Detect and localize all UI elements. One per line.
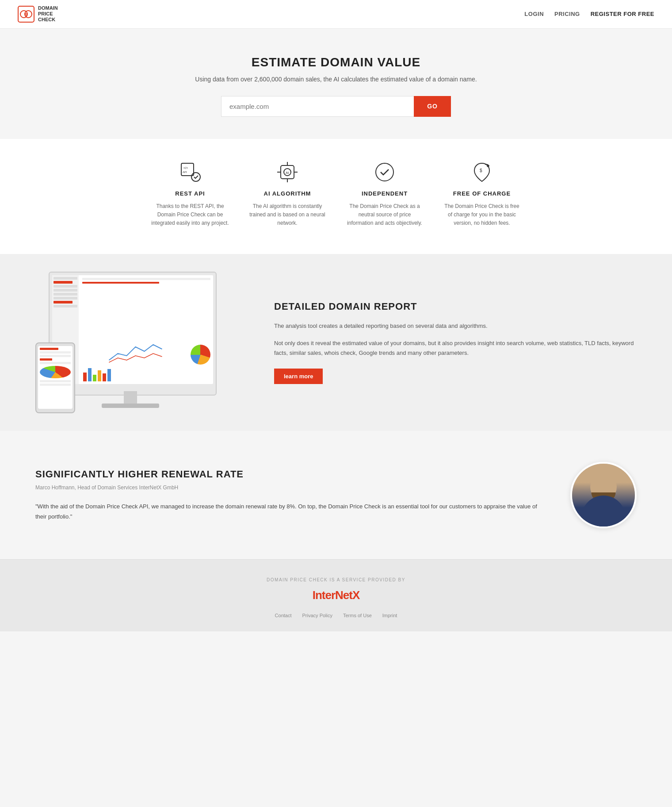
logo-line1: DOMAIN	[38, 5, 58, 11]
report-image	[35, 272, 248, 413]
domain-search-input[interactable]	[221, 96, 414, 117]
ai-algorithm-icon: AI	[276, 161, 298, 183]
report-content: DETAILED DOMAIN REPORT The analysis tool…	[274, 301, 637, 384]
feature-free: $ FREE OF CHARGE The Domain Price Check …	[433, 161, 531, 228]
footer-contact-link[interactable]: Contact	[275, 613, 292, 618]
hero-title: ESTIMATE DOMAIN VALUE	[18, 55, 654, 69]
features-section: </> API REST API Thanks to the REST API,…	[0, 139, 672, 254]
report-section: DETAILED DOMAIN REPORT The analysis tool…	[0, 254, 672, 431]
learn-more-button[interactable]: learn more	[274, 369, 323, 384]
svg-point-15	[376, 163, 393, 181]
header: $ DOMAIN PRICE CHECK LOGIN PRICING REGIS…	[0, 0, 672, 29]
footer: DOMAIN PRICE CHECK IS A SERVICE PROVIDED…	[0, 559, 672, 631]
footer-links: Contact Privacy Policy Terms of Use Impr…	[18, 613, 654, 618]
testimonial-quote: "With the aid of the Domain Price Check …	[35, 501, 544, 522]
report-para2: Not only does it reveal the estimated va…	[274, 338, 637, 358]
feature-desc-ai: The AI algorithm is constantly trained a…	[248, 202, 327, 228]
svg-rect-4	[181, 163, 194, 176]
report-para1: The analysis tool creates a detailed rep…	[274, 321, 637, 331]
svg-point-7	[191, 173, 200, 181]
free-of-charge-icon: $	[471, 161, 493, 183]
footer-logo: InterNetX	[18, 588, 654, 602]
footer-imprint-link[interactable]: Imprint	[382, 613, 397, 618]
testimonial-author: Marco Hoffmann, Head of Domain Services …	[35, 484, 544, 491]
testimonial-title: SIGNIFICANTLY HIGHER RENEWAL RATE	[35, 469, 544, 480]
footer-service-text: DOMAIN PRICE CHECK IS A SERVICE PROVIDED…	[18, 577, 654, 582]
hero-subtitle: Using data from over 2,600,000 domain sa…	[18, 76, 654, 83]
pricing-link[interactable]: PRICING	[554, 11, 580, 17]
feature-title-rest-api: REST API	[150, 190, 230, 197]
logo-icon: $	[18, 6, 34, 23]
independent-icon	[374, 161, 396, 183]
report-title: DETAILED DOMAIN REPORT	[274, 301, 637, 312]
feature-rest-api: </> API REST API Thanks to the REST API,…	[141, 161, 239, 228]
feature-independent: INDEPENDENT The Domain Price Check as a …	[336, 161, 433, 228]
svg-text:API: API	[183, 171, 187, 173]
search-bar: GO	[221, 96, 451, 117]
footer-privacy-link[interactable]: Privacy Policy	[302, 613, 332, 618]
feature-desc-independent: The Domain Price Check as a neutral sour…	[345, 202, 424, 228]
logo: $ DOMAIN PRICE CHECK	[18, 5, 58, 23]
logo-line3: CHECK	[38, 17, 58, 23]
footer-logo-x: X	[352, 588, 359, 602]
hero-section: ESTIMATE DOMAIN VALUE Using data from ov…	[0, 29, 672, 139]
main-nav: LOGIN PRICING REGISTER FOR FREE	[524, 11, 654, 17]
feature-ai-algorithm: AI AI ALGORITHM The AI algorithm is cons…	[239, 161, 336, 228]
feature-title-ai: AI ALGORITHM	[248, 190, 327, 197]
footer-terms-link[interactable]: Terms of Use	[343, 613, 372, 618]
testimonial-section: SIGNIFICANTLY HIGHER RENEWAL RATE Marco …	[0, 431, 672, 559]
register-link[interactable]: REGISTER FOR FREE	[591, 11, 654, 17]
testimonial-avatar	[570, 462, 637, 528]
feature-desc-free: The Domain Price Check is free of charge…	[442, 202, 522, 228]
logo-line2: PRICE	[38, 11, 58, 17]
feature-title-free: FREE OF CHARGE	[442, 190, 522, 197]
feature-title-independent: INDEPENDENT	[345, 190, 424, 197]
login-link[interactable]: LOGIN	[524, 11, 544, 17]
svg-text:AI: AI	[286, 171, 289, 175]
testimonial-content: SIGNIFICANTLY HIGHER RENEWAL RATE Marco …	[35, 469, 544, 522]
svg-text:$: $	[25, 12, 27, 17]
avatar-area	[570, 462, 637, 528]
svg-text:$: $	[480, 168, 482, 173]
rest-api-icon: </> API	[179, 161, 201, 183]
phone-mockup	[35, 342, 75, 413]
feature-desc-rest-api: Thanks to the REST API, the Domain Price…	[150, 202, 230, 228]
search-go-button[interactable]: GO	[414, 96, 451, 117]
footer-logo-text: InterNet	[313, 588, 352, 602]
svg-text:</>: </>	[183, 166, 188, 169]
